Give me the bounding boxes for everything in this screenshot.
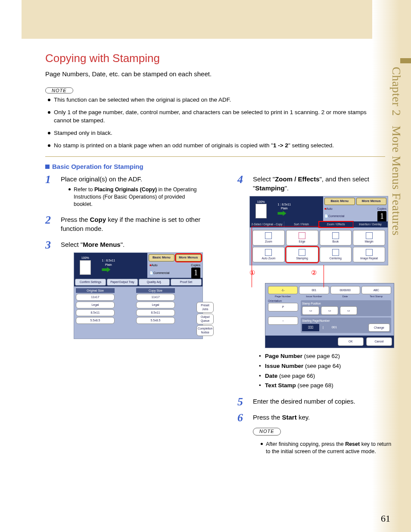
size-button[interactable]: 11x17 [76,294,115,301]
edge-button[interactable]: Edge [286,230,318,246]
note-label: NOTE [253,428,281,435]
callout-1: ① [249,268,255,277]
output-queue-button[interactable]: Output Queue [196,314,214,324]
page-title: Copying with Stamping [45,52,385,65]
notes-list: This function can be selected when the o… [48,96,385,149]
callout-line [252,226,252,287]
step-4: 4 Select "Zoom / Effects", and then sele… [237,174,394,390]
stamp-position-label: Stamp Position [302,302,390,305]
change-button[interactable]: Change [368,324,390,332]
step-6: 6 Press the Start key. NOTE After finish… [237,413,394,455]
copies-count: 1 [191,268,200,278]
start-number: 001 [327,325,342,330]
step-2: 2 Press the Copy key if the machine is s… [45,215,203,233]
size-button[interactable]: 8.5x11 [76,309,115,316]
text-stamp-tab[interactable]: ABC [361,286,391,294]
note-label: NOTE [45,87,73,93]
arrow-icon [277,211,286,216]
position-button[interactable]: ▭ [302,306,319,315]
basic-menu-tab[interactable]: Basic Menu [149,254,174,261]
image-repeat-button[interactable]: Image Repeat [353,247,385,262]
note-item: Only 1 of the page number, date, control… [48,109,385,125]
date-tab[interactable]: 00/00/00 [330,286,360,294]
position-button[interactable]: ▭ [340,306,357,315]
orientation-button-2[interactable]: ▫ [268,317,298,325]
arrow-icon [102,267,110,272]
lead-text: Page Numbers, Date, etc. can be stamped … [45,70,385,78]
doc-preview-icon [80,260,91,275]
step-1: 1 Place original(s) on the ADF. Refer to… [45,174,203,208]
size-button[interactable]: 8.5x11 [136,309,175,316]
original-size-header: Original Size [76,288,115,293]
completion-notice-button[interactable]: Completion Notice [196,325,214,336]
note-item: No stamp is printed on a blank page when… [48,142,385,150]
page-preview-icon: ▯▯▯ [302,324,319,331]
page-number: 61 [381,513,390,524]
zoom-button[interactable]: Zoom [252,230,285,246]
basic-menu-tab[interactable]: Basic Menu [324,198,355,205]
margin-button[interactable]: Margin [353,230,385,246]
feature-tab-insertion[interactable]: Insertion / Overlay [353,221,388,227]
size-button[interactable]: 5.5x8.5 [76,317,115,324]
confirm-settings-button[interactable]: Confirm Settings [75,279,106,286]
cancel-button[interactable]: Cancel [366,337,392,346]
issue-number-tab[interactable]: 001 [299,286,329,294]
more-menus-tab[interactable]: More Menus [176,254,202,261]
ui-screenshot-basic-menu: 100% 1 : 8.5x11Plain [74,252,203,339]
book-button[interactable]: Book [320,230,352,246]
step-6-note: After finishing copying, press the Reset… [261,441,394,455]
callout-line [252,226,321,227]
quality-adj-button[interactable]: Quality Adj. [139,279,170,286]
copies-count: 1 [377,211,386,222]
auto-zoom-button[interactable]: Auto Zoom [252,247,285,262]
centering-button[interactable]: Centering [320,247,352,262]
size-button[interactable]: Legal [136,302,175,308]
paper-output-tray-button[interactable]: Paper/Output Tray [107,279,138,286]
note-item: This function can be selected when the o… [48,96,385,104]
ui-screenshot-stamp-options: -1-Page Number 001Issue Number 00/00/00D… [265,283,394,348]
size-button[interactable]: 5.5x8.5 [136,317,175,324]
separator [45,156,385,157]
copy-size-header: Copy Size [136,288,175,293]
ok-button[interactable]: OK [338,337,364,346]
orientation-button[interactable]: P [268,303,298,311]
square-icon [45,165,50,169]
note-item: Stamped only in black. [48,129,385,137]
tray-preview [121,253,147,278]
starting-page-label: Starting Page/Number [302,319,390,323]
tray-preview [296,196,323,221]
preset-jobs-button[interactable]: Preset Jobs [196,302,214,313]
feature-tab-zoom-effects[interactable]: Zoom / Effects [319,221,353,227]
stamping-button[interactable]: Stamping [286,247,318,262]
step-5: 5 Enter the desired number of copies. [237,397,394,406]
doc-preview-icon [255,204,267,218]
zoom-pct: 100% [80,256,91,260]
proof-set-button[interactable]: Proof Set [171,279,202,286]
section-heading: Basic Operation for Stamping [45,163,385,170]
ui-screenshot-zoom-effects: 100% 1 : 8.5x11Plain Basic Menu More Men… [249,196,388,265]
stamp-reference-list: Page Number (see page 62) Issue Number (… [259,352,394,390]
step-3: 3 Select "More Menus". 100% 1 : 8 [45,240,203,339]
orientation-label: Orientation [268,299,298,303]
callout-2: ② [311,268,317,277]
step-1-subnote: Refer to Placing Originals (Copy) in the… [68,186,203,208]
size-button[interactable]: Legal [76,302,115,308]
top-banner [22,0,411,39]
more-menus-tab[interactable]: More Menus [356,198,387,205]
size-button[interactable]: 11x17 [136,294,175,301]
callout-line [324,265,324,287]
position-button[interactable]: ▭ [321,306,338,315]
page-number-tab[interactable]: -1- [268,286,298,294]
